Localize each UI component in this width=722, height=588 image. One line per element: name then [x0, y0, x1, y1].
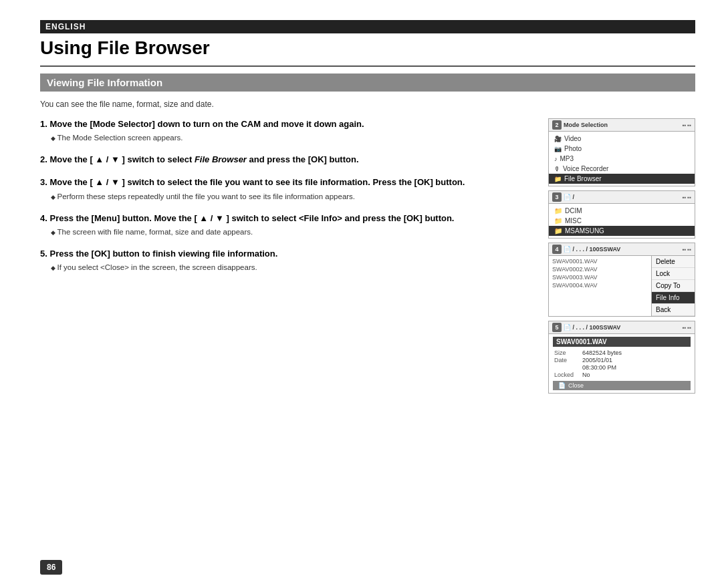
panel3-header: 3 📄 / ▪▪ ▪▪: [549, 191, 695, 204]
menu-photo[interactable]: 📷 Photo: [549, 144, 695, 154]
file-info-size-row: Size 6482524 bytes: [553, 349, 691, 356]
folder-dcim[interactable]: 📁 DCIM: [549, 206, 695, 216]
ctx-file-info[interactable]: File Info: [652, 292, 695, 304]
page-number-area: 86: [40, 560, 695, 575]
panel-file-menu: 4 📄 / . . . / 100SSWAV ▪▪ ▪▪ SWAV0001.WA…: [548, 243, 695, 317]
folder-msamsung[interactable]: 📁 MSAMSUNG: [549, 226, 695, 236]
file-info-size-value: 6482524 bytes: [582, 349, 622, 356]
step-5-sub: If you select <Close> in the screen, the…: [40, 262, 535, 273]
file-entry-3: SWAV0003.WAV: [549, 273, 651, 281]
folder-msamsung-label: MSAMSUNG: [565, 227, 604, 235]
step-3-main: 3. Move the [ ▲ / ▼ ] switch to select t…: [40, 176, 535, 188]
panel2-header: 2 Mode Selection ▪▪ ▪▪: [549, 119, 695, 132]
title-divider: [40, 65, 695, 67]
menu-voice-label: Voice Recorder: [563, 165, 608, 172]
mp3-icon: ♪: [554, 156, 558, 162]
page: ENGLISH Using File Browser Viewing File …: [0, 0, 722, 588]
step-1-sub: The Mode Selection screen appears.: [40, 132, 535, 143]
panel5-header-left: 5 📄 / . . . / 100SSWAV: [552, 323, 620, 332]
step-3-num: 3.: [40, 177, 47, 187]
file-list: SWAV0001.WAV SWAV0002.WAV SWAV0003.WAV S…: [549, 256, 651, 316]
file-info-locked-row: Locked No: [553, 372, 691, 378]
file-entry-1: SWAV0001.WAV: [549, 257, 651, 265]
step-2-text: Move the [ ▲ / ▼ ] switch to select File…: [49, 154, 358, 164]
context-menu: Delete Lock Copy To File Info Back: [651, 256, 695, 316]
panel3-path: 📄 /: [564, 194, 574, 200]
menu-file-browser[interactable]: 📁 File Browser: [549, 174, 695, 184]
file-info-time-row: 08:30:00 PM: [553, 364, 691, 371]
battery-icon: ▪▪: [683, 122, 687, 128]
page-title: Using File Browser: [40, 37, 695, 59]
panel-file-info: 5 📄 / . . . / 100SSWAV ▪▪ ▪▪ SWAV0001.WA…: [548, 321, 695, 394]
signal-icon-3: ▪▪: [687, 194, 691, 200]
panel2-title: Mode Selection: [564, 122, 608, 128]
page-number: 86: [40, 560, 62, 575]
ctx-lock[interactable]: Lock: [652, 268, 695, 280]
menu-photo-label: Photo: [564, 145, 582, 152]
voice-icon: 🎙: [554, 166, 560, 172]
step-2-num: 2.: [40, 154, 47, 164]
panel-folder-view: 3 📄 / ▪▪ ▪▪ 📁 DCIM 📁 MISC: [548, 190, 695, 239]
step-4-num: 4.: [40, 213, 47, 223]
step-1-text: Move the [Mode Selector] down to turn on…: [49, 119, 364, 129]
menu-video-label: Video: [564, 135, 581, 142]
ctx-delete[interactable]: Delete: [652, 256, 695, 268]
panel4-header: 4 📄 / . . . / 100SSWAV ▪▪ ▪▪: [549, 243, 695, 256]
step-3-sub: Perform these steps repeatedly until the…: [40, 191, 535, 202]
step-3: 3. Move the [ ▲ / ▼ ] switch to select t…: [40, 176, 535, 201]
battery-icon-5: ▪▪: [683, 325, 687, 331]
step-2: 2. Move the [ ▲ / ▼ ] switch to select F…: [40, 154, 535, 166]
menu-mp3-label: MP3: [560, 155, 574, 162]
menu-file-browser-label: File Browser: [564, 175, 602, 182]
panel5-num: 5: [552, 323, 562, 332]
signal-icon-5: ▪▪: [687, 325, 691, 331]
menu-mp3[interactable]: ♪ MP3: [549, 154, 695, 164]
panel3-num: 3: [552, 192, 562, 202]
file-info-time-value: 08:30:00 PM: [582, 364, 616, 371]
panel3-icons: ▪▪ ▪▪: [683, 194, 691, 200]
file-entry-2: SWAV0002.WAV: [549, 265, 651, 273]
folder-misc-icon: 📁: [554, 217, 562, 225]
folder-misc[interactable]: 📁 MISC: [549, 216, 695, 226]
file-info-time-label: [554, 364, 582, 371]
step-4-text: Press the [Menu] button. Move the [ ▲ / …: [49, 213, 454, 223]
ctx-back[interactable]: Back: [652, 304, 695, 316]
file-info-filename: SWAV0001.WAV: [553, 337, 691, 347]
file-info-locked-label: Locked: [554, 372, 582, 378]
ctx-copy-to[interactable]: Copy To: [652, 280, 695, 292]
step-1-num: 1.: [40, 119, 47, 129]
step-5-num: 5.: [40, 249, 47, 259]
step-2-main: 2. Move the [ ▲ / ▼ ] switch to select F…: [40, 154, 535, 166]
video-icon: 🎥: [554, 136, 562, 142]
step-5: 5. Press the [OK] button to finish viewi…: [40, 248, 535, 273]
panel5-icons: ▪▪ ▪▪: [683, 325, 691, 331]
panel2-body: 🎥 Video 📷 Photo ♪ MP3 🎙 Voice Recorder: [549, 132, 695, 186]
step-5-text: Press the [OK] button to finish viewing …: [49, 249, 277, 259]
folder-msamsung-icon: 📁: [554, 227, 562, 235]
menu-voice-recorder[interactable]: 🎙 Voice Recorder: [549, 164, 695, 174]
doc-icon: 📄: [558, 382, 566, 389]
device-panels: 2 Mode Selection ▪▪ ▪▪ 🎥 Video 📷: [548, 118, 695, 553]
step-4-sub: The screen with file name, format, size …: [40, 227, 535, 237]
panel4-header-left: 4 📄 / . . . / 100SSWAV: [552, 245, 620, 254]
section-header: Viewing File Information: [40, 74, 695, 92]
panel3-body: 📁 DCIM 📁 MISC 📁 MSAMSUNG: [549, 204, 695, 238]
panel4-num: 4: [552, 245, 562, 254]
step-4: 4. Press the [Menu] button. Move the [ ▲…: [40, 212, 535, 237]
menu-video[interactable]: 🎥 Video: [549, 134, 695, 144]
panel3-header-left: 3 📄 /: [552, 192, 574, 202]
panel2-header-left: 2 Mode Selection: [552, 120, 608, 130]
panel5-path: 📄 / . . . / 100SSWAV: [564, 324, 620, 331]
folder-misc-label: MISC: [565, 217, 582, 225]
panel5-body: SWAV0001.WAV Size 6482524 bytes Date 200…: [549, 334, 695, 393]
step-1-main: 1. Move the [Mode Selector] down to turn…: [40, 118, 535, 130]
signal-icon-4: ▪▪: [687, 247, 691, 253]
panel4-body: SWAV0001.WAV SWAV0002.WAV SWAV0003.WAV S…: [549, 256, 695, 316]
close-button-label: Close: [568, 382, 584, 389]
panel-mode-selection: 2 Mode Selection ▪▪ ▪▪ 🎥 Video 📷: [548, 118, 695, 186]
panel2-num: 2: [552, 120, 562, 130]
file-browser-icon: 📁: [554, 176, 562, 182]
file-info-date-row: Date 2005/01/01: [553, 357, 691, 363]
file-info-locked-value: No: [582, 372, 590, 378]
close-button[interactable]: 📄 Close: [553, 381, 691, 390]
